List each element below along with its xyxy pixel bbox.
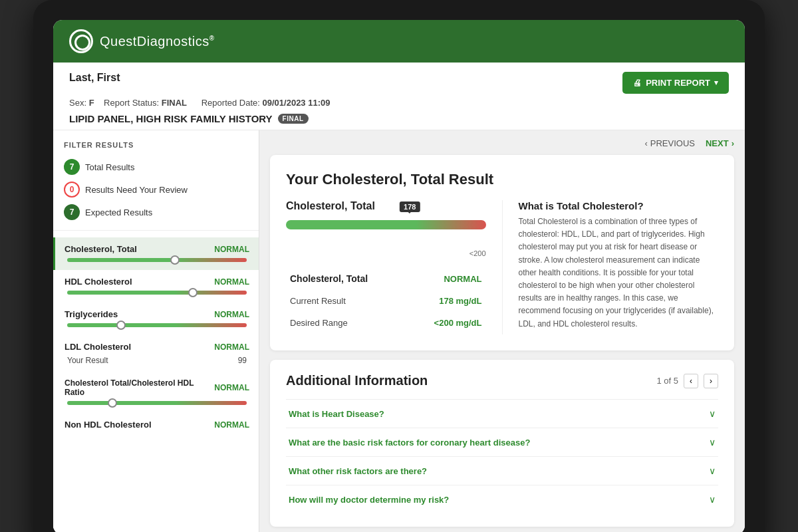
- total-results-item[interactable]: 7 Total Results: [53, 156, 259, 178]
- triglycerides-thumb: [116, 321, 126, 330]
- needs-review-item[interactable]: 0 Results Need Your Review: [53, 178, 259, 201]
- faq-question: What other risk factors are there?: [289, 466, 427, 476]
- table-cell-status: NORMAL: [408, 268, 485, 289]
- ldl-sub-value: 99: [238, 356, 247, 365]
- final-badge: FINAL: [278, 114, 309, 124]
- sidebar-item-label: HDL Cholesterol: [65, 277, 132, 287]
- table-row: Current Result 178 mg/dL: [287, 291, 485, 311]
- result-table: Cholesterol, Total NORMAL Current Result…: [286, 267, 486, 334]
- metric-name: Cholesterol, Total: [286, 200, 486, 212]
- next-button[interactable]: NEXT ›: [706, 138, 734, 148]
- sidebar-item-label: Triglycerides: [65, 309, 118, 319]
- chevron-down-icon: ∨: [709, 494, 716, 505]
- content-area: ‹ PREVIOUS NEXT › Your Cholesterol, Tota…: [259, 130, 745, 532]
- sidebar-item-label: LDL Cholesterol: [65, 342, 131, 352]
- additional-header: Additional Information 1 of 5 ‹ ›: [286, 373, 718, 388]
- patient-bar: Last, First 🖨 PRINT REPORT ▾ Sex: F Repo…: [53, 63, 745, 130]
- card-inner: Cholesterol, Total 178 <200 Chole: [286, 200, 718, 334]
- sidebar: FILTER RESULTS 7 Total Results 0 Results…: [53, 130, 259, 532]
- triglycerides-slider: [67, 323, 247, 327]
- expected-results-item[interactable]: 7 Expected Results: [53, 201, 259, 223]
- table-cell-value: 178 mg/dL: [408, 291, 485, 311]
- date-label: Reported Date:: [201, 98, 260, 108]
- faq-question: How will my doctor determine my risk?: [289, 495, 449, 505]
- page-info: 1 of 5 ‹ ›: [656, 374, 718, 388]
- sidebar-item-status: NORMAL: [214, 383, 249, 392]
- sidebar-item-status: NORMAL: [214, 310, 249, 319]
- chevron-left-icon: ‹: [644, 138, 647, 148]
- result-card: Your Cholesterol, Total Result Cholester…: [270, 155, 734, 350]
- card-title: Your Cholesterol, Total Result: [286, 171, 718, 188]
- patient-name-row: Last, First 🖨 PRINT REPORT ▾: [69, 72, 729, 94]
- sidebar-item-status: NORMAL: [214, 342, 249, 352]
- expected-results-label: Expected Results: [85, 207, 152, 217]
- cholesterol-total-thumb: [170, 255, 180, 265]
- chevron-right-icon: ›: [732, 138, 734, 148]
- sidebar-item-ratio[interactable]: Cholesterol Total/Cholesterol HDL Ratio …: [53, 372, 259, 413]
- sidebar-item-hdl[interactable]: HDL Cholesterol NORMAL: [53, 270, 259, 303]
- nav-row: ‹ PREVIOUS NEXT ›: [270, 138, 734, 148]
- sidebar-item-status: NORMAL: [214, 245, 249, 254]
- faq-item-0[interactable]: What is Heart Disease? ∨: [286, 399, 718, 428]
- sidebar-item-label: Non HDL Cholesterol: [65, 420, 152, 430]
- faq-item-3[interactable]: How will my doctor determine my risk? ∨: [286, 485, 718, 513]
- patient-meta: Sex: F Report Status: FINAL Reported Dat…: [69, 98, 729, 108]
- print-report-button[interactable]: 🖨 PRINT REPORT ▾: [622, 72, 729, 94]
- faq-item-1[interactable]: What are the basic risk factors for coro…: [286, 428, 718, 456]
- sidebar-item-status: NORMAL: [214, 277, 249, 287]
- prev-page-button[interactable]: ‹: [684, 374, 698, 388]
- logo-text: QuestDiagnostics®: [100, 34, 215, 49]
- sex-value: F: [89, 98, 94, 108]
- page-count: 1 of 5: [656, 376, 678, 386]
- additional-card: Additional Information 1 of 5 ‹ › What i…: [270, 360, 734, 527]
- sidebar-item-label: Cholesterol, Total: [65, 244, 137, 254]
- device-frame: QuestDiagnostics® Last, First 🖨 PRINT RE…: [33, 0, 765, 532]
- previous-button[interactable]: ‹ PREVIOUS: [644, 138, 695, 148]
- hdl-slider: [67, 291, 247, 295]
- table-cell-label: Current Result: [287, 291, 407, 311]
- gauge-bar: [286, 220, 486, 229]
- table-row: Cholesterol, Total NORMAL: [287, 268, 485, 289]
- status-value: FINAL: [162, 98, 187, 108]
- sidebar-item-non-hdl[interactable]: Non HDL Cholesterol NORMAL: [53, 413, 259, 440]
- faq-question: What is Heart Disease?: [289, 409, 384, 419]
- gauge-container: 178 <200: [286, 220, 486, 257]
- faq-item-2[interactable]: What other risk factors are there? ∨: [286, 456, 718, 485]
- main-layout: FILTER RESULTS 7 Total Results 0 Results…: [53, 130, 745, 532]
- card-left: Cholesterol, Total 178 <200 Chole: [286, 200, 486, 334]
- gauge-marker: 178: [400, 201, 420, 212]
- card-right: What is Total Cholesterol? Total Cholest…: [502, 200, 719, 334]
- needs-review-badge: 0: [64, 182, 80, 198]
- faq-question: What are the basic risk factors for coro…: [289, 438, 530, 448]
- info-title: What is Total Cholesterol?: [519, 200, 719, 211]
- next-page-button[interactable]: ›: [704, 374, 718, 388]
- sex-label: Sex:: [69, 98, 86, 108]
- chevron-down-icon: ∨: [709, 437, 716, 448]
- ratio-slider: [67, 401, 247, 405]
- table-cell-value: <200 mg/dL: [408, 313, 485, 333]
- app-header: QuestDiagnostics®: [53, 20, 745, 63]
- expected-results-badge: 7: [64, 204, 80, 220]
- sidebar-item-ldl[interactable]: LDL Cholesterol NORMAL Your Result 99: [53, 335, 259, 372]
- chevron-down-icon: ∨: [709, 466, 716, 476]
- table-cell-label: Cholesterol, Total: [287, 268, 407, 289]
- browser-window: QuestDiagnostics® Last, First 🖨 PRINT RE…: [53, 20, 745, 532]
- chevron-down-icon: ∨: [709, 408, 716, 419]
- total-results-label: Total Results: [85, 162, 134, 172]
- sidebar-item-triglycerides[interactable]: Triglycerides NORMAL: [53, 303, 259, 335]
- logo-icon: [69, 29, 93, 53]
- filter-label: FILTER RESULTS: [53, 141, 259, 156]
- report-title: LIPID PANEL, HIGH RISK FAMILY HISTORY FI…: [69, 113, 729, 124]
- status-label: Report Status:: [104, 98, 159, 108]
- gauge-scale: <200: [286, 249, 486, 257]
- additional-title: Additional Information: [286, 373, 428, 388]
- printer-icon: 🖨: [633, 78, 642, 88]
- sidebar-item-status: NORMAL: [214, 420, 249, 430]
- ldl-sub-label: Your Result: [67, 356, 108, 365]
- sidebar-item-label: Cholesterol Total/Cholesterol HDL Ratio: [65, 378, 198, 397]
- sidebar-item-cholesterol-total[interactable]: Cholesterol, Total NORMAL: [53, 237, 259, 270]
- sidebar-divider: [53, 230, 259, 231]
- patient-name: Last, First: [69, 72, 120, 84]
- ratio-thumb: [108, 398, 117, 408]
- cholesterol-total-slider: [67, 258, 247, 262]
